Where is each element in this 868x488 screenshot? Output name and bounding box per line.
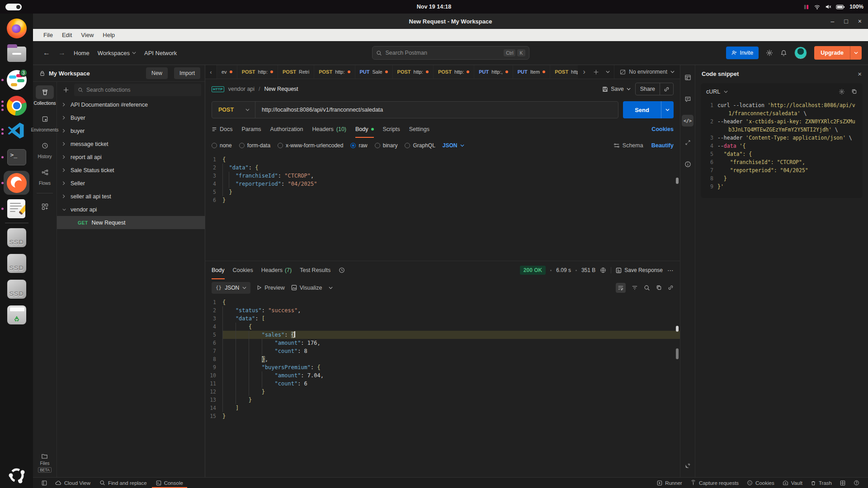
send-options-chevron-icon[interactable] (661, 101, 674, 118)
import-button[interactable]: Import (174, 67, 200, 79)
postbot-satellite-icon[interactable] (682, 460, 693, 472)
close-panel-icon[interactable]: × (858, 70, 862, 78)
body-language-dropdown[interactable]: JSON (443, 142, 464, 149)
filter-icon[interactable] (632, 285, 638, 291)
statusbar-runner[interactable]: Runner (653, 478, 686, 488)
tab-params[interactable]: Params (241, 121, 261, 138)
resize-arrows-icon[interactable] (682, 136, 693, 148)
share-button[interactable]: Share (635, 83, 674, 95)
request-editor-scrollbar[interactable] (676, 178, 679, 184)
statusbar-find-and-replace[interactable]: Find and replace (95, 478, 151, 488)
curl-code[interactable]: 1curl --location 'http://localhost:8086/… (706, 101, 857, 191)
menu-edit[interactable]: Edit (58, 30, 76, 40)
info-icon[interactable] (682, 158, 693, 170)
schema-button[interactable]: Schema (613, 142, 643, 149)
tab-1[interactable]: ev (217, 65, 237, 79)
collection-seller-all-api-test[interactable]: seller all api test (57, 190, 205, 203)
dock-item-text-editor[interactable] (0, 196, 33, 221)
dock-item-firefox[interactable] (0, 15, 33, 41)
dock-item-files[interactable] (0, 41, 33, 67)
user-avatar[interactable] (794, 47, 807, 59)
body-type-none[interactable]: none (212, 142, 232, 149)
new-button[interactable]: New (146, 67, 168, 79)
response-size[interactable]: 351 B (581, 267, 595, 273)
minimize-button[interactable]: – (831, 18, 835, 25)
breadcrumb-request[interactable]: New Request (264, 86, 298, 92)
help-icon[interactable] (849, 478, 863, 488)
radio-form-data[interactable] (239, 143, 245, 148)
toggle-sidebar-icon[interactable] (38, 478, 51, 488)
settings-gear-icon[interactable] (766, 49, 773, 56)
tab-5[interactable]: PUTSale (355, 65, 393, 79)
sidebar-item-environments[interactable]: Environments (33, 112, 57, 132)
request-item-new-request[interactable]: GETNew Request (57, 216, 205, 229)
add-collection-button[interactable] (60, 84, 72, 96)
back-button[interactable]: ← (43, 49, 50, 57)
preview-button[interactable]: Preview (257, 285, 284, 291)
snippet-language-dropdown[interactable]: cURL (706, 89, 720, 95)
invite-button[interactable]: Invite (726, 47, 759, 59)
beautify-button[interactable]: Beautify (651, 142, 674, 149)
snippet-settings-gear-icon[interactable] (839, 89, 845, 95)
workspace-name[interactable]: My Workspace (49, 70, 140, 77)
dock-item-show-apps[interactable] (0, 462, 33, 488)
dock-item-ssd-drive-1[interactable]: SSD (0, 225, 33, 250)
copy-response-icon[interactable] (656, 285, 662, 291)
dock-item-trash[interactable] (0, 302, 33, 328)
tab-body[interactable]: Body (355, 121, 374, 138)
body-type-graphql[interactable]: GraphQL (405, 142, 435, 149)
tabs-scroll-left-icon[interactable]: ‹ (205, 65, 217, 79)
save-button[interactable]: Save (602, 86, 631, 92)
radio-binary[interactable] (375, 143, 380, 148)
radio-none[interactable] (212, 143, 217, 148)
url-input[interactable]: http://localhost:8086/api/v1/franconnect… (255, 107, 618, 113)
close-button[interactable]: × (858, 18, 862, 25)
tabs-menu-chevron-icon[interactable] (602, 70, 613, 73)
nav-api-network[interactable]: API Network (144, 50, 177, 56)
upgrade-button[interactable]: Upgrade (814, 46, 862, 60)
comments-icon[interactable] (682, 93, 693, 105)
breadcrumb-collection[interactable]: vendor api (228, 86, 255, 92)
tab-4[interactable]: POSThttp: (314, 65, 355, 79)
tab-7[interactable]: POSThttp: (434, 65, 474, 79)
request-body-editor[interactable]: 1{2"data": {3"franchiseId": "CTCROP",4"r… (205, 153, 680, 261)
collection-sale-status-ticket[interactable]: Sale Status ticket (57, 164, 205, 177)
body-type-form-data[interactable]: form-data (239, 142, 270, 149)
copy-snippet-icon[interactable] (851, 89, 857, 95)
collection-vendor-api[interactable]: vendor api (57, 203, 205, 216)
response-time[interactable]: 6.09 s (556, 267, 571, 273)
tab-docs[interactable]: Docs (212, 121, 232, 138)
cookies-link[interactable]: Cookies (651, 126, 674, 132)
dock-item-vscode[interactable] (0, 118, 33, 144)
dock-item-ssd-drive-2[interactable]: SSD (0, 250, 33, 276)
visualize-chevron-icon[interactable] (329, 286, 333, 289)
dock-item-terminal[interactable]: >_ (0, 144, 33, 170)
collection-seller[interactable]: Seller (57, 177, 205, 190)
search-collections-box[interactable]: Search collections (74, 84, 201, 96)
response-editor-scrollbar[interactable] (676, 348, 679, 359)
response-tab-test-results[interactable]: Test Results (300, 261, 330, 279)
code-snippet-icon[interactable]: </> (682, 115, 693, 127)
save-response-button[interactable]: Save Response (616, 267, 663, 273)
statusbar-vault[interactable]: Vault (778, 478, 807, 488)
dock-item-slack[interactable]: 3 (0, 67, 33, 93)
response-tab-headers[interactable]: Headers(7) (261, 261, 292, 279)
tab-2[interactable]: POSThttp: (237, 65, 278, 79)
collection-buyer[interactable]: buyer (57, 124, 205, 137)
response-body-editor[interactable]: 1{2"status": "success",3"data": [4{5"sal… (205, 296, 680, 477)
response-more-icon[interactable]: ⋯ (667, 267, 674, 274)
tab-authorization[interactable]: Authorization (270, 121, 303, 138)
sidebar-item-flows[interactable]: Flows (33, 165, 57, 186)
window-controls[interactable]: –□× (831, 14, 862, 29)
collection-api-documentation-reference[interactable]: API Documentation #reference (57, 98, 205, 111)
sidebar-item-modules[interactable] (33, 200, 57, 213)
statusbar-console[interactable]: Console (152, 478, 187, 488)
wrap-text-icon[interactable] (616, 283, 626, 293)
maximize-button[interactable]: □ (844, 18, 848, 25)
tab-headers[interactable]: Headers(10) (312, 121, 346, 138)
method-selector[interactable]: POST (212, 102, 255, 118)
window-titlebar[interactable]: New Request - My Workspace –□× (33, 14, 868, 29)
response-link-icon[interactable] (668, 285, 674, 291)
body-type-binary[interactable]: binary (375, 142, 398, 149)
environment-quicklook-icon[interactable] (682, 71, 693, 83)
